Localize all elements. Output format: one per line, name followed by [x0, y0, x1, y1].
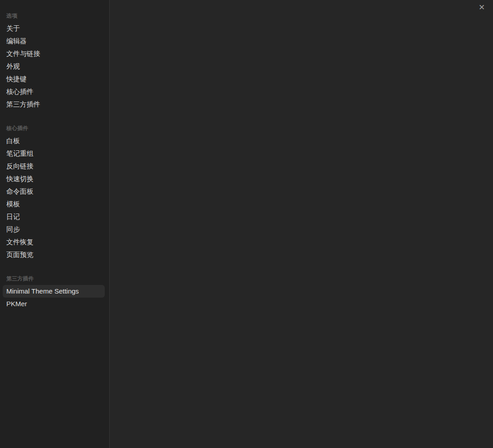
sidebar-item-sync[interactable]: 同步	[3, 223, 105, 236]
sidebar-group-title-core-plugins: 核心插件	[3, 122, 105, 135]
sidebar-item-minimal-theme-settings[interactable]: Minimal Theme Settings	[3, 285, 105, 298]
close-icon: ✕	[479, 4, 485, 11]
sidebar-item-templates[interactable]: 模板	[3, 198, 105, 210]
sidebar-item-hotkeys[interactable]: 快捷键	[3, 73, 105, 85]
sidebar-item-quick-switcher[interactable]: 快速切换	[3, 173, 105, 185]
sidebar-group-title-options: 选项	[3, 9, 105, 22]
sidebar-item-backlinks[interactable]: 反向链接	[3, 160, 105, 173]
sidebar-item-core-plugins[interactable]: 核心插件	[3, 85, 105, 98]
sidebar-item-file-recovery[interactable]: 文件恢复	[3, 236, 105, 248]
close-button[interactable]: ✕	[477, 3, 486, 12]
settings-content-pane: ✕	[110, 0, 493, 448]
sidebar-group-core-plugins: 核心插件 白板 笔记重组 反向链接 快速切换 命令面板 模板 日记 同步 文件恢…	[3, 122, 105, 261]
sidebar-item-note-composer[interactable]: 笔记重组	[3, 147, 105, 160]
sidebar-item-about[interactable]: 关于	[3, 22, 105, 35]
settings-dialog: 选项 关于 编辑器 文件与链接 外观 快捷键 核心插件 第三方插件 核心插件 白…	[0, 0, 493, 448]
sidebar-group-title-community-plugins: 第三方插件	[3, 272, 105, 285]
settings-sidebar: 选项 关于 编辑器 文件与链接 外观 快捷键 核心插件 第三方插件 核心插件 白…	[0, 0, 110, 448]
sidebar-item-appearance[interactable]: 外观	[3, 60, 105, 73]
sidebar-item-editor[interactable]: 编辑器	[3, 35, 105, 47]
sidebar-group-options: 选项 关于 编辑器 文件与链接 外观 快捷键 核心插件 第三方插件	[3, 9, 105, 111]
sidebar-item-canvas[interactable]: 白板	[3, 135, 105, 147]
sidebar-item-page-preview[interactable]: 页面预览	[3, 248, 105, 261]
sidebar-item-daily-notes[interactable]: 日记	[3, 210, 105, 223]
sidebar-item-command-palette[interactable]: 命令面板	[3, 185, 105, 198]
sidebar-item-pkmer[interactable]: PKMer	[3, 298, 105, 310]
sidebar-item-files-links[interactable]: 文件与链接	[3, 47, 105, 60]
sidebar-group-community-plugins: 第三方插件 Minimal Theme Settings PKMer	[3, 272, 105, 310]
sidebar-item-community-plugins[interactable]: 第三方插件	[3, 98, 105, 111]
